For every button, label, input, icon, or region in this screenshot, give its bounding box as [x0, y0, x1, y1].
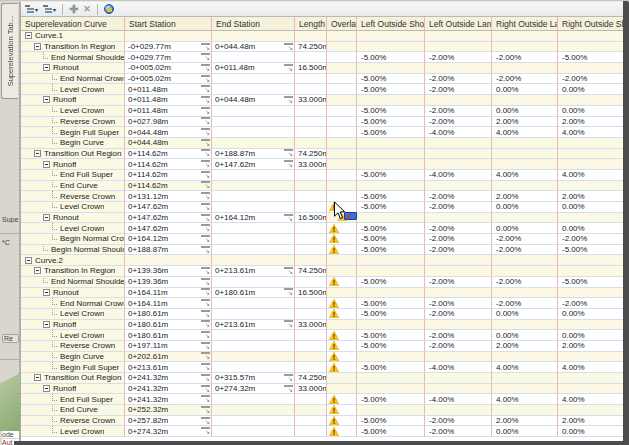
station-picker-icon[interactable]: ↘ — [201, 417, 210, 425]
right-outside-shoulder-cell[interactable]: 0.00% — [558, 330, 624, 341]
column-header-right-outside-lane[interactable]: Right Outside Lane — [492, 17, 558, 31]
add-icon[interactable]: ✚ — [68, 3, 79, 16]
right-outside-shoulder-cell[interactable]: -2.00% — [558, 298, 624, 309]
length-station-cell[interactable]: 33.000m — [295, 320, 327, 331]
start-station-cell[interactable]: 0+044.48m↘ — [125, 138, 212, 149]
right-outside-lane-cell[interactable]: -2.00% — [492, 234, 558, 245]
superelevation-tabular-editor-tab[interactable]: Superelevation Tab... — [1, 3, 18, 99]
right-outside-lane-cell[interactable]: 2.00% — [492, 191, 558, 202]
end-station-cell[interactable]: 0+147.62m↘ — [212, 159, 295, 170]
overlap-warning-icon[interactable] — [329, 405, 339, 414]
start-station-cell[interactable]: 0+164.12m↘ — [125, 234, 212, 245]
tree-collapse-icon[interactable] — [43, 161, 50, 168]
tree-collapse-icon[interactable] — [43, 385, 50, 392]
start-station-cell[interactable]: 0+180.61m↘ — [125, 320, 212, 331]
overlap-warning-icon[interactable] — [329, 224, 339, 233]
row-label[interactable]: Curve.2 — [35, 256, 63, 265]
column-header-left-outside-lane[interactable]: Left Outside Lane — [425, 17, 492, 31]
station-picker-icon[interactable]: ↘ — [201, 278, 210, 286]
station-picker-icon[interactable]: ↘ — [284, 160, 293, 168]
left-outside-shoulder-cell[interactable]: -5.00% — [357, 426, 425, 437]
row-label[interactable]: Runoff — [53, 95, 76, 104]
overlap-warning-icon[interactable] — [329, 277, 339, 286]
start-station-cell[interactable]: 0+180.61m↘ — [125, 330, 212, 341]
start-station-cell[interactable]: 0+139.36m↘ — [125, 277, 212, 288]
left-outside-lane-cell[interactable]: -4.00% — [425, 127, 492, 138]
station-picker-icon[interactable]: ↘ — [201, 192, 210, 200]
right-outside-shoulder-cell[interactable]: -2.00% — [558, 234, 624, 245]
station-picker-icon[interactable]: ↘ — [201, 107, 210, 115]
right-outside-shoulder-cell[interactable]: 2.00% — [558, 117, 624, 128]
delete-icon[interactable]: ✕ — [82, 3, 92, 16]
start-station-cell[interactable]: -0+029.77m↘ — [125, 42, 212, 53]
left-outside-lane-cell[interactable]: -4.00% — [425, 362, 492, 373]
left-outside-shoulder-cell[interactable]: -5.00% — [357, 191, 425, 202]
left-outside-lane-cell[interactable]: -2.00% — [425, 84, 492, 95]
left-outside-shoulder-cell[interactable]: -5.00% — [357, 127, 425, 138]
station-picker-icon[interactable]: ↘ — [201, 385, 210, 393]
left-outside-shoulder-cell[interactable]: -5.00% — [357, 234, 425, 245]
length-station-cell[interactable]: 33.000m — [295, 95, 327, 106]
station-picker-icon[interactable]: ↘ — [201, 395, 210, 403]
row-label[interactable]: Transition Out Region — [44, 373, 122, 382]
column-header-superelevation-curve[interactable]: Superelevation Curve — [21, 17, 125, 31]
row-label[interactable]: End Curve — [60, 405, 98, 414]
right-outside-lane-cell[interactable]: 0.00% — [492, 330, 558, 341]
start-station-cell[interactable]: 0+131.12m↘ — [125, 191, 212, 202]
row-label[interactable]: Transition Out Region — [44, 149, 122, 158]
right-outside-lane-cell[interactable]: 0.00% — [492, 84, 558, 95]
station-picker-icon[interactable]: ↘ — [201, 43, 210, 51]
column-header-length[interactable]: Length — [295, 17, 327, 31]
right-outside-lane-cell[interactable]: -2.00% — [492, 52, 558, 63]
station-picker-icon[interactable]: ↘ — [201, 64, 210, 72]
row-label[interactable]: Begin Curve — [60, 138, 104, 147]
overlap-warning-icon[interactable] — [329, 331, 339, 340]
station-picker-icon[interactable]: ↘ — [201, 139, 210, 147]
left-outside-lane-cell[interactable]: -2.00% — [425, 74, 492, 85]
left-outside-shoulder-cell[interactable]: -5.00% — [357, 245, 425, 256]
right-outside-shoulder-cell[interactable]: -5.00% — [558, 245, 624, 256]
column-header-left-outside-should[interactable]: Left Outside Should... — [357, 17, 425, 31]
start-station-cell[interactable]: 0+114.62m↘ — [125, 159, 212, 170]
length-station-cell[interactable]: 16.500m — [295, 288, 327, 299]
row-label[interactable]: Level Crown — [60, 106, 104, 115]
right-outside-lane-cell[interactable]: 2.00% — [492, 341, 558, 352]
tree-collapse-icon[interactable] — [43, 64, 50, 71]
left-outside-shoulder-cell[interactable]: -5.00% — [357, 117, 425, 128]
left-outside-lane-cell[interactable]: -2.00% — [425, 234, 492, 245]
row-label[interactable]: Runout — [53, 63, 79, 72]
start-station-cell[interactable]: 0+147.62m↘ — [125, 202, 212, 213]
station-picker-icon[interactable]: ↘ — [284, 43, 293, 51]
length-station-cell[interactable]: 16.500m — [295, 213, 327, 224]
panorama-globe-icon[interactable] — [103, 3, 115, 16]
row-label[interactable]: End Normal Shoulder — [51, 53, 124, 62]
start-station-cell[interactable]: 0+188.87m↘ — [125, 245, 212, 256]
overlap-warning-icon[interactable] — [329, 352, 339, 361]
row-label[interactable]: Begin Curve — [60, 352, 104, 361]
start-station-cell[interactable]: 0+274.32m↘ — [125, 426, 212, 437]
left-outside-lane-cell[interactable]: -2.00% — [425, 191, 492, 202]
length-station-cell[interactable]: 74.250m — [295, 149, 327, 160]
station-picker-icon[interactable]: ↘ — [284, 320, 293, 328]
end-station-cell[interactable]: 0+213.61m↘ — [212, 266, 295, 277]
overlap-warning-icon[interactable] — [329, 202, 339, 211]
left-outside-shoulder-cell[interactable]: -5.00% — [357, 309, 425, 320]
end-station-cell[interactable]: 0+274.32m↘ — [212, 384, 295, 395]
station-picker-icon[interactable]: ↘ — [201, 299, 210, 307]
start-station-cell[interactable]: 0+202.61m↘ — [125, 352, 212, 363]
start-station-cell[interactable]: 0+252.32m↘ — [125, 405, 212, 416]
right-outside-lane-cell[interactable]: -2.00% — [492, 298, 558, 309]
left-outside-lane-cell[interactable]: -2.00% — [425, 309, 492, 320]
row-label[interactable]: Runoff — [53, 160, 76, 169]
left-outside-shoulder-cell[interactable]: -5.00% — [357, 298, 425, 309]
start-station-cell[interactable]: 0+114.62m↘ — [125, 170, 212, 181]
left-outside-shoulder-cell[interactable]: -5.00% — [357, 170, 425, 181]
station-picker-icon[interactable]: ↘ — [201, 235, 210, 243]
start-station-cell[interactable]: 0+164.11m↘ — [125, 288, 212, 299]
station-picker-icon[interactable]: ↘ — [201, 160, 210, 168]
station-picker-icon[interactable]: ↘ — [284, 374, 293, 382]
station-picker-icon[interactable]: ↘ — [201, 310, 210, 318]
overlap-warning-icon[interactable] — [329, 234, 339, 243]
length-station-cell[interactable]: 33.000m — [295, 159, 327, 170]
overlap-warning-icon[interactable] — [329, 416, 339, 425]
